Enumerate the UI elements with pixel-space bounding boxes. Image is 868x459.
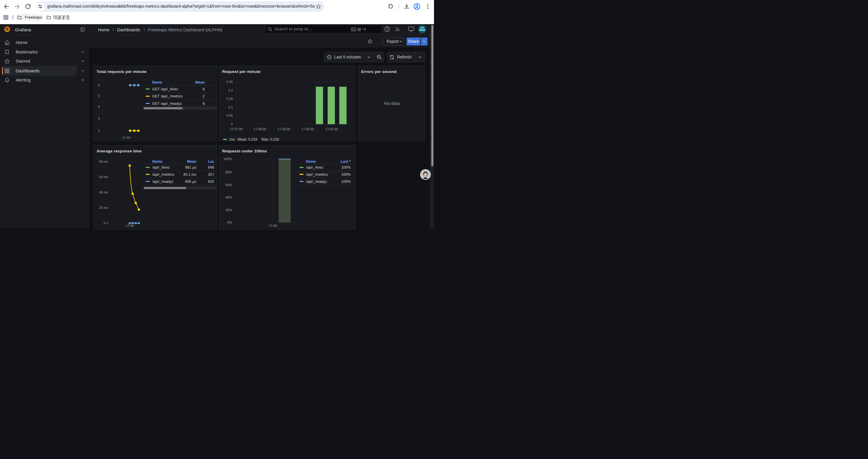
svg-text:0.15: 0.15 [226, 97, 233, 100]
svg-text:Name: Name [152, 159, 162, 163]
svg-text:/api/_/readyz: /api/_/readyz [152, 179, 174, 184]
svg-text:661 µs: 661 µs [185, 165, 196, 169]
svg-text:Max: 0.233: Max: 0.233 [261, 137, 279, 141]
svg-text:60 ms: 60 ms [99, 175, 108, 179]
svg-text:100%: 100% [341, 165, 351, 169]
svg-text:100%: 100% [341, 179, 351, 184]
svg-text:60%: 60% [225, 183, 232, 187]
svg-text:Name: Name [152, 80, 162, 85]
svg-text:/api/_/livez: /api/_/livez [306, 165, 323, 169]
svg-text:Last *: Last * [208, 159, 218, 163]
svg-text:17:40: 17:40 [122, 136, 130, 139]
svg-text:0: 0 [231, 122, 233, 126]
svg-text:17:39:00: 17:39:00 [277, 127, 290, 131]
svg-text:6: 6 [203, 87, 205, 91]
svg-text:3: 3 [98, 117, 100, 120]
svg-text:40 ms: 40 ms [99, 191, 108, 194]
svg-text:0 s: 0 s [104, 221, 108, 225]
svg-text:4: 4 [98, 105, 100, 108]
svg-text:6: 6 [203, 102, 205, 106]
svg-text:Last *: Last * [341, 159, 351, 163]
svg-text:17:37:00: 17:37:00 [230, 127, 243, 131]
svg-text:0.2: 0.2 [228, 89, 233, 92]
svg-text:GET /api/_/readyz: GET /api/_/readyz [152, 102, 182, 106]
svg-text:Mean: 0.233: Mean: 0.233 [238, 137, 257, 141]
svg-text:17:41:00: 17:41:00 [325, 127, 338, 131]
svg-text:5: 5 [98, 94, 100, 97]
svg-text:17:40: 17:40 [269, 224, 277, 227]
svg-text:2: 2 [98, 129, 100, 132]
svg-text:2: 2 [203, 94, 205, 98]
svg-text:/api/_/readyz: /api/_/readyz [306, 179, 327, 184]
svg-text:100%: 100% [341, 172, 351, 176]
svg-text:Mean: Mean [195, 80, 205, 85]
svg-text:80%: 80% [225, 170, 232, 174]
svg-text:20%: 20% [225, 208, 232, 212]
svg-text:17:40:00: 17:40:00 [301, 127, 314, 131]
svg-text:0.05: 0.05 [226, 114, 233, 117]
svg-text:2xx: 2xx [229, 137, 235, 141]
svg-text:20 ms: 20 ms [99, 206, 108, 209]
svg-text:100%: 100% [224, 157, 232, 161]
svg-text:0.1: 0.1 [228, 105, 233, 109]
svg-text:6: 6 [98, 83, 100, 87]
svg-text:/api/_/metrics: /api/_/metrics [152, 172, 174, 176]
svg-text:40.1 ms: 40.1 ms [183, 172, 196, 176]
svg-text:/api/_/livez: /api/_/livez [152, 165, 170, 169]
svg-text:GET /api/_/livez: GET /api/_/livez [152, 87, 178, 91]
svg-text:605 µs: 605 µs [185, 179, 196, 184]
svg-text:40%: 40% [225, 196, 232, 199]
svg-text:80 ms: 80 ms [99, 160, 108, 163]
svg-text:GET /api/_/metrics: GET /api/_/metrics [152, 94, 183, 98]
svg-text:17:40: 17:40 [126, 224, 134, 227]
svg-text:0.25: 0.25 [226, 80, 233, 84]
svg-text:17:38:00: 17:38:00 [253, 127, 266, 131]
svg-text:Name: Name [306, 159, 316, 163]
svg-text:Mean: Mean [187, 159, 196, 163]
svg-text:/api/_/metrics: /api/_/metrics [306, 172, 328, 176]
svg-text:0%: 0% [227, 221, 232, 224]
